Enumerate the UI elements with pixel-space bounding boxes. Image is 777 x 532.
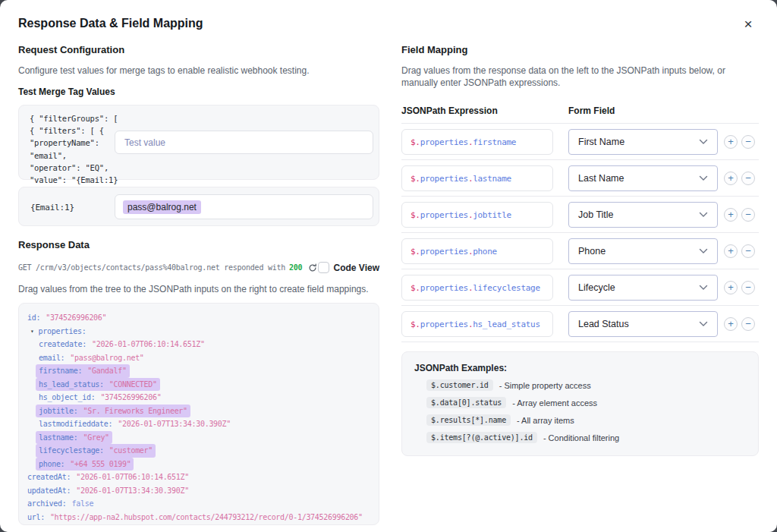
jsonpath-example-row: $.data[0].status- Array element access (426, 397, 746, 408)
tree-row[interactable]: firstname:"Gandalf" (21, 364, 373, 378)
add-mapping-button[interactable]: + (724, 317, 738, 331)
json-value: "+64 555 0199" (70, 460, 131, 468)
jsonpath-example-code: $.customer.id (426, 379, 493, 391)
jsonpath-input[interactable]: $.properties.lastname (401, 165, 553, 191)
merge-tag-row: {Email:1} pass@balrog.net (18, 187, 379, 226)
json-key: lifecyclestage: (39, 446, 104, 455)
code-view-toggle: Code View (318, 262, 379, 273)
add-mapping-button[interactable]: + (724, 281, 738, 294)
form-field-selected-value: Lifecycle (578, 282, 615, 293)
json-key: archived: (27, 499, 67, 508)
field-mapping-row: $.properties.lifecyclestage Lifecycle + … (401, 269, 759, 306)
form-field-select[interactable]: Lifecycle (568, 275, 718, 301)
json-value: "374526996206" (46, 313, 106, 322)
json-value: "374526996206" (100, 393, 161, 401)
remove-mapping-button[interactable]: − (741, 208, 755, 222)
remove-mapping-button[interactable]: − (741, 244, 755, 258)
remove-mapping-button[interactable]: − (741, 135, 755, 149)
add-mapping-button[interactable]: + (724, 135, 738, 149)
json-key: createdAt: (27, 473, 71, 481)
test-merge-tag-values-heading: Test Merge Tag Values (18, 87, 379, 97)
field-mapping-section: Field Mapping Drag values from the respo… (401, 44, 759, 456)
json-key: properties: (39, 327, 87, 335)
form-field-selected-value: Phone (578, 246, 606, 257)
jsonpath-input[interactable]: $.properties.phone (401, 238, 553, 264)
jsonpath-example-description: - Simple property access (499, 381, 591, 390)
code-view-label: Code View (334, 263, 379, 273)
row-buttons: + − (724, 281, 755, 294)
form-field-selected-value: Job Title (578, 209, 614, 220)
tree-row[interactable]: url:"https://app-na2.hubspot.com/contact… (21, 511, 373, 524)
jsonpath-input[interactable]: $.properties.firstname (401, 129, 553, 155)
collapse-triangle-icon[interactable]: ▾ (30, 328, 34, 335)
jsonpath-example-code: $.data[0].status (426, 397, 506, 408)
tree-row[interactable]: lastname:"Grey" (21, 431, 373, 445)
form-field-select[interactable]: Last Name (568, 165, 718, 191)
jsonpath-example-description: - Array element access (512, 398, 597, 408)
json-key: createdate: (39, 340, 87, 348)
jsonpath-input[interactable]: $.properties.hs_lead_status (401, 311, 553, 337)
remove-mapping-button[interactable]: − (741, 281, 755, 294)
merge-tag-value-input[interactable]: pass@balrog.net (115, 194, 373, 219)
test-value-input[interactable] (115, 131, 373, 154)
status-code-badge: 200 (289, 263, 302, 272)
form-field-selected-value: Last Name (578, 173, 624, 184)
tree-row[interactable]: hs_object_id:"374526996206" (21, 391, 373, 405)
chevron-down-icon (699, 248, 708, 254)
jsonpath-input[interactable]: $.properties.lifecyclestage (401, 275, 553, 301)
jsonpath-example-row: $.results[*].name- All array items (426, 414, 746, 426)
refresh-icon[interactable] (308, 263, 317, 272)
tree-row[interactable]: email:"pass@balrog.net" (21, 351, 373, 365)
chevron-down-icon (699, 175, 708, 181)
jsonpath-example-description: - All array items (517, 416, 574, 425)
field-mapping-heading: Field Mapping (401, 44, 759, 55)
form-field-select[interactable]: First Name (568, 129, 718, 155)
json-key: lastname: (39, 433, 78, 442)
row-buttons: + − (724, 172, 755, 185)
tree-row[interactable]: ▾properties: (21, 325, 373, 338)
form-field-selected-value: Lead Status (578, 319, 629, 329)
tree-row[interactable]: lifecyclestage:"customer" (21, 444, 373, 458)
chevron-down-icon (699, 285, 708, 291)
form-field-select[interactable]: Job Title (568, 202, 718, 228)
jsonpath-examples-heading: JSONPath Examples: (414, 363, 746, 373)
modal-title: Response Data & Field Mapping (18, 17, 203, 30)
close-icon[interactable]: × (739, 15, 757, 33)
tree-row[interactable]: phone:"+64 555 0199" (21, 458, 373, 471)
json-value: "2026-01-07T13:34:30.390Z" (118, 420, 231, 428)
request-status-row: GET /crm/v3/objects/contacts/pass%40balr… (18, 262, 379, 273)
add-mapping-button[interactable]: + (724, 244, 738, 258)
json-key: url: (27, 513, 45, 521)
tree-row[interactable]: lastmodifieddate:"2026-01-07T13:34:30.39… (21, 417, 373, 431)
remove-mapping-button[interactable]: − (741, 172, 755, 185)
tree-row[interactable]: createdAt:"2026-01-07T06:10:14.651Z" (21, 471, 373, 484)
remove-mapping-button[interactable]: − (741, 317, 755, 331)
tree-row[interactable]: hs_lead_status:"CONNECTED" (21, 378, 373, 392)
add-mapping-button[interactable]: + (724, 208, 738, 222)
field-mapping-row: $.properties.phone Phone + − (401, 233, 759, 269)
form-field-select[interactable]: Phone (568, 238, 718, 264)
json-key: hs_lead_status: (39, 380, 104, 389)
response-data-heading: Response Data (18, 239, 379, 250)
json-value: "customer" (109, 446, 153, 455)
row-buttons: + − (724, 244, 755, 258)
tree-row[interactable]: updatedAt:"2026-01-07T13:34:30.390Z" (21, 484, 373, 498)
field-mapping-rows: $.properties.firstname First Name + − $.… (401, 123, 759, 342)
jsonpath-input[interactable]: $.properties.jobtitle (401, 202, 553, 228)
request-configuration-heading: Request Configuration (18, 44, 379, 55)
field-mapping-row: $.properties.jobtitle Job Title + − (401, 197, 759, 233)
add-mapping-button[interactable]: + (724, 172, 738, 185)
chevron-down-icon (699, 321, 708, 327)
tree-row[interactable]: id:"374526996206" (21, 311, 373, 325)
field-mapping-description: Drag values from the response data on th… (401, 65, 759, 89)
code-view-checkbox[interactable] (318, 262, 329, 273)
json-key: updatedAt: (27, 486, 71, 495)
json-key: hs_object_id: (39, 393, 95, 401)
json-value: "Grey" (83, 433, 109, 442)
request-configuration-section: Request Configuration Configure test val… (18, 44, 379, 525)
tree-row[interactable]: jobtitle:"Sr. Fireworks Engineer" (21, 405, 373, 418)
tree-row[interactable]: archived:false (21, 497, 373, 511)
tree-row[interactable]: createdate:"2026-01-07T06:10:14.651Z" (21, 338, 373, 351)
jsonpath-expression-column-header: JSONPath Expression (401, 105, 568, 116)
form-field-select[interactable]: Lead Status (568, 311, 718, 337)
